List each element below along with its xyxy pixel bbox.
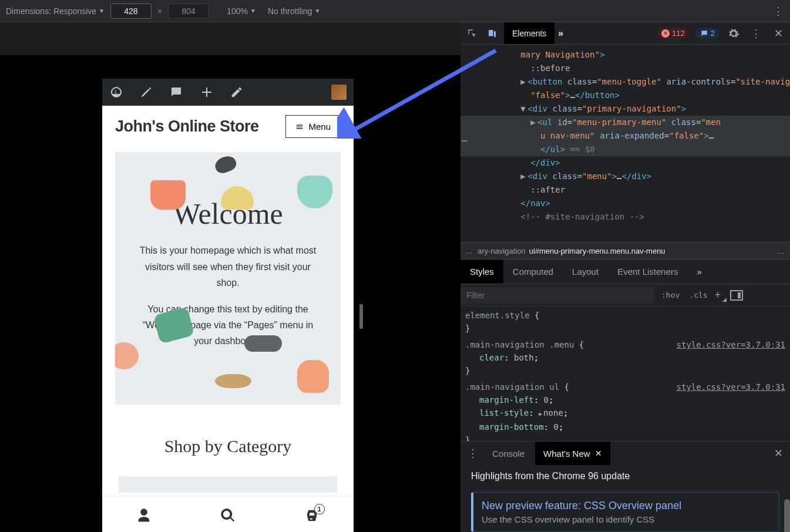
user-icon <box>136 507 152 524</box>
tab-elements[interactable]: Elements <box>504 22 554 44</box>
shop-by-category-heading: Shop by Category <box>102 436 354 456</box>
crumb-item[interactable]: ary-navigation <box>478 247 526 255</box>
search-icon <box>220 507 236 524</box>
height-input[interactable] <box>168 4 209 19</box>
site-title[interactable]: John's Online Store <box>115 117 258 136</box>
dashboard-icon[interactable] <box>109 85 123 99</box>
settings-icon[interactable] <box>725 25 742 42</box>
emulated-viewport: John's Online Store Menu <box>0 22 460 532</box>
device-toolbar: Dimensions: Responsive ▼ × 100% ▼ No thr… <box>0 0 790 22</box>
expand-icon[interactable]: ▶ <box>520 75 527 89</box>
close-icon[interactable]: ✕ <box>595 449 602 458</box>
zoom-value: 100% <box>227 6 248 16</box>
menu-toggle-button[interactable]: Menu <box>285 115 341 138</box>
overflow-icon[interactable]: … <box>465 247 474 255</box>
device-toolbar-menu[interactable]: ⋮ <box>773 5 784 18</box>
hov-toggle[interactable]: :hov <box>659 289 682 301</box>
account-nav[interactable] <box>136 507 152 526</box>
close-devtools[interactable]: ✕ <box>770 25 786 42</box>
doodle-icon <box>150 180 186 210</box>
dimension-x: × <box>157 6 162 16</box>
error-count: 112 <box>672 29 685 38</box>
tab-console[interactable]: Console <box>484 442 533 465</box>
width-input[interactable] <box>110 4 152 19</box>
dimensions-dropdown[interactable]: Dimensions: Responsive ▼ <box>6 6 105 16</box>
tab-styles[interactable]: Styles <box>460 260 503 284</box>
zoom-dropdown[interactable]: 100% ▼ <box>227 6 256 16</box>
message-icon <box>700 29 708 38</box>
styles-tabs: Styles Computed Layout Event Listeners » <box>460 260 790 284</box>
category-placeholder <box>119 476 337 493</box>
message-count: 2 <box>711 29 715 38</box>
hamburger-icon <box>295 123 304 131</box>
tree-line[interactable]: xxxxxxxxxx</nav> <box>460 197 790 210</box>
expand-icon[interactable]: ▶ <box>530 116 537 129</box>
source-link[interactable]: style.css?ver=3.7.0:31 <box>677 338 785 351</box>
tree-line[interactable]: xxxxxxxxxxmary Navigation"> <box>460 48 790 62</box>
tab-whats-new[interactable]: What's New✕ <box>535 442 610 465</box>
overflow-icon[interactable]: … <box>776 247 785 255</box>
collapse-icon[interactable]: ▼ <box>520 102 527 116</box>
more-tabs-icon[interactable]: » <box>558 28 563 39</box>
expand-icon[interactable]: ▶ <box>539 410 542 417</box>
tab-layout[interactable]: Layout <box>563 260 608 284</box>
tree-line[interactable]: xxxxxxxxxxxx</div> <box>460 156 790 170</box>
drawer-menu[interactable]: ⋮ <box>464 447 482 460</box>
welcome-text-1: This is your homepage which is what most… <box>134 243 322 291</box>
elements-tree[interactable]: ⋯ xxxxxxxxxxmary Navigation"> xxxxxxxxxx… <box>460 45 790 242</box>
tree-line[interactable]: xxxxxxxxxx▶<div class="menu">…</div> <box>460 170 790 183</box>
tree-line[interactable]: xxxxxxxxxxxx::before <box>460 62 790 75</box>
throttling-dropdown[interactable]: No throttling ▼ <box>268 6 320 16</box>
crumb-item[interactable]: #menu-primary-menu.menu.nav-menu <box>535 247 665 255</box>
throttling-value: No throttling <box>268 6 312 16</box>
drawer-headline: Highlights from the Chrome 96 update <box>471 471 779 482</box>
css-rule[interactable]: element.style { } <box>465 309 785 335</box>
more-tabs-icon[interactable]: » <box>688 260 711 284</box>
tab-event-listeners[interactable]: Event Listeners <box>608 260 687 284</box>
comments-icon[interactable] <box>169 85 183 99</box>
avatar[interactable] <box>331 85 347 100</box>
cart-badge: 1 <box>314 504 325 514</box>
customize-icon[interactable] <box>140 86 153 99</box>
overflow-icon[interactable]: ⋯ <box>462 134 469 147</box>
tree-line[interactable]: xxxxxxxxxxxx::after <box>460 183 790 197</box>
css-rule[interactable]: .main-navigation .menu {style.css?ver=3.… <box>465 338 785 377</box>
messages-pill[interactable]: 2 <box>695 28 720 39</box>
tree-line[interactable]: xxxxxxxxxx▼<div class="primary-navigatio… <box>460 102 790 116</box>
doodle-icon <box>221 186 254 210</box>
tab-computed[interactable]: Computed <box>503 260 563 284</box>
scrollbar-thumb[interactable] <box>784 499 790 532</box>
cart-nav[interactable]: 1 <box>304 507 320 526</box>
tree-line[interactable]: xxxxxxxxxx▶<button class="menu-toggle" a… <box>460 75 790 102</box>
doodle-icon <box>297 360 329 393</box>
notice-card[interactable]: New preview feature: CSS Overview panel … <box>471 492 779 532</box>
styles-body[interactable]: element.style { } .main-navigation .menu… <box>460 307 790 441</box>
wp-admin-bar[interactable] <box>102 79 354 106</box>
errors-pill[interactable]: ✕ 112 <box>657 28 690 39</box>
devtools-menu[interactable]: ⋮ <box>748 25 764 42</box>
computed-sidebar-icon[interactable] <box>730 290 743 301</box>
mobile-bottom-nav: 1 <box>102 496 354 532</box>
resize-handle[interactable] <box>359 304 363 329</box>
device-mode-icon[interactable] <box>484 25 500 42</box>
source-link[interactable]: style.css?ver=3.7.0:31 <box>677 381 785 393</box>
close-drawer[interactable]: ✕ <box>771 447 786 460</box>
styles-filter-input[interactable] <box>460 287 654 304</box>
dom-breadcrumb[interactable]: … ary-navigation ul#menu-primary-menu.me… <box>460 242 790 260</box>
hero-section: Welcome This is your homepage which is w… <box>115 152 341 405</box>
search-nav[interactable] <box>220 507 236 526</box>
tree-line[interactable]: xxxxxxxxxx<!-- #site-navigation --> <box>460 210 790 224</box>
dimensions-label: Dimensions: Responsive <box>6 6 96 16</box>
crumb-item[interactable]: ul <box>529 247 535 255</box>
css-rule[interactable]: .main-navigation ul {style.css?ver=3.7.0… <box>465 381 785 441</box>
add-icon[interactable] <box>200 85 214 99</box>
drawer-tabs: ⋮ Console What's New✕ ✕ <box>460 442 790 465</box>
edit-icon[interactable] <box>230 86 243 99</box>
doodle-icon <box>244 335 282 352</box>
cls-toggle[interactable]: .cls <box>687 289 710 301</box>
new-rule-button[interactable]: + <box>715 289 721 301</box>
tree-line-selected[interactable]: xxxxxxxxxxxx▶<ul id="menu-primary-menu" … <box>460 116 790 156</box>
expand-icon[interactable]: ▶ <box>520 170 527 183</box>
menu-label: Menu <box>308 122 331 132</box>
inspect-icon[interactable] <box>464 25 480 42</box>
